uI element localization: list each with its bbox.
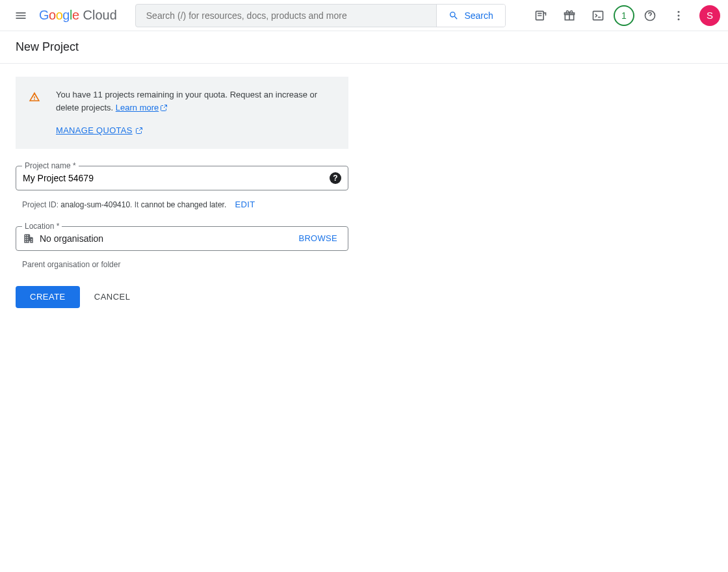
- hamburger-menu-icon[interactable]: [8, 3, 34, 29]
- open-in-new-icon: [160, 104, 168, 112]
- location-hint: Parent organisation or folder: [16, 256, 348, 269]
- search-button-label: Search: [464, 10, 493, 21]
- quota-alert: You have 11 projects remaining in your q…: [16, 77, 348, 149]
- svg-point-6: [678, 14, 680, 16]
- more-vert-icon[interactable]: [666, 3, 692, 29]
- open-in-new-icon: [135, 127, 143, 135]
- page-title: New Project: [16, 40, 712, 54]
- organization-icon: [23, 233, 34, 244]
- form-content: You have 11 projects remaining in your q…: [0, 64, 364, 321]
- alert-body: You have 11 projects remaining in your q…: [56, 88, 335, 137]
- logo-cloud-text: Cloud: [83, 8, 117, 23]
- search-input[interactable]: [136, 5, 437, 27]
- search-button[interactable]: Search: [436, 5, 504, 27]
- gift-icon[interactable]: [556, 3, 582, 29]
- location-field: Location * No organisation BROWSE: [16, 226, 348, 251]
- warning-icon: [29, 91, 40, 137]
- manage-quotas-link[interactable]: MANAGE QUOTAS: [56, 124, 143, 137]
- svg-rect-3: [593, 11, 603, 20]
- alert-text-prefix: You have: [56, 90, 93, 99]
- project-id-value: analog-sum-409410: [60, 200, 130, 209]
- project-id-hint: Project ID: analog-sum-409410. It cannot…: [16, 196, 348, 209]
- cloud-shell-icon[interactable]: [585, 3, 611, 29]
- create-button[interactable]: CREATE: [16, 286, 80, 308]
- edit-project-id-link[interactable]: EDIT: [235, 200, 255, 209]
- account-avatar[interactable]: S: [699, 5, 720, 26]
- search-icon: [448, 10, 459, 21]
- logo-google-text: Google: [39, 8, 79, 23]
- notifications-count: 1: [621, 10, 627, 21]
- form-actions: CREATE CANCEL: [16, 286, 348, 308]
- page-heading: New Project: [0, 31, 728, 64]
- help-icon[interactable]: [637, 3, 663, 29]
- assistant-icon[interactable]: [528, 3, 554, 29]
- search-box: Search: [135, 4, 506, 27]
- alert-count: 11: [93, 90, 102, 99]
- top-bar: Google Cloud Search 1 S: [0, 0, 728, 31]
- google-cloud-logo[interactable]: Google Cloud: [39, 8, 117, 23]
- learn-more-link[interactable]: Learn more: [116, 103, 168, 112]
- svg-point-5: [678, 10, 680, 12]
- project-name-label: Project name *: [22, 161, 79, 170]
- location-value: No organisation: [40, 233, 289, 244]
- avatar-initial: S: [707, 10, 713, 21]
- cancel-button[interactable]: CANCEL: [94, 292, 131, 302]
- field-help-icon[interactable]: ?: [330, 172, 341, 184]
- project-name-input[interactable]: [23, 173, 324, 183]
- svg-point-7: [678, 18, 680, 20]
- notifications-badge[interactable]: 1: [614, 5, 634, 26]
- location-label: Location *: [22, 222, 62, 231]
- project-name-field: Project name * ?: [16, 166, 348, 190]
- topbar-right: 1 S: [528, 3, 720, 29]
- browse-location-button[interactable]: BROWSE: [294, 233, 341, 243]
